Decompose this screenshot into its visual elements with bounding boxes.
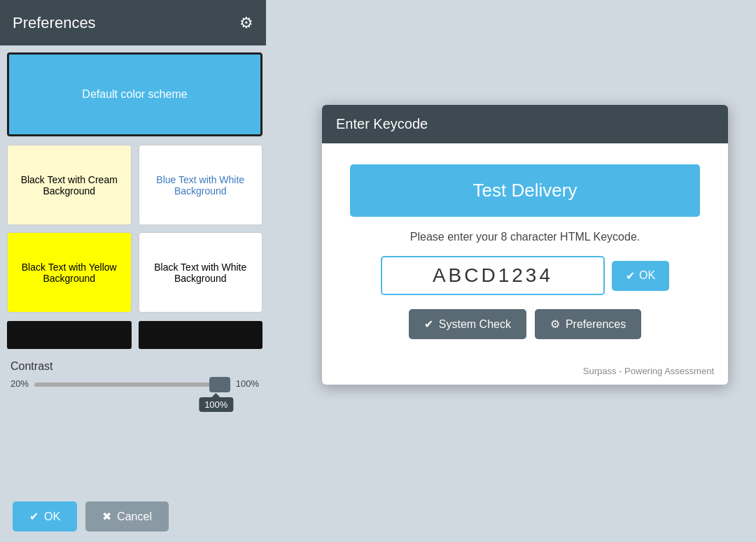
slider-tooltip: 100% [199, 397, 233, 412]
enter-keycode-modal: Enter Keycode Test Delivery Please enter… [322, 105, 728, 385]
panel-content: Default color scheme Black Text with Cre… [0, 45, 266, 491]
preferences-gear-icon: ⚙ [550, 318, 560, 331]
system-check-label: System Check [439, 318, 511, 331]
modal-header: Enter Keycode [322, 105, 728, 143]
system-check-icon: ✔ [424, 318, 433, 331]
black-bar-left [7, 321, 132, 349]
modal-footer-text: Surpass - Powering Assessment [583, 366, 714, 376]
cancel-cross-icon: ✖ [102, 510, 111, 523]
modal-ok-label: OK [639, 269, 655, 282]
modal-body: Test Delivery Please enter your 8 charac… [322, 143, 728, 360]
contrast-min-label: 20% [10, 378, 29, 389]
contrast-section: Contrast 20% 100% 100% [7, 360, 262, 390]
color-card-blue-white-label: Blue Text with White Background [146, 174, 255, 197]
default-scheme-label: Default color scheme [82, 88, 187, 101]
keycode-row: ✔ OK [350, 256, 700, 295]
modal-header-title: Enter Keycode [336, 116, 428, 131]
panel-footer: ✔ OK ✖ Cancel [0, 491, 266, 542]
contrast-slider[interactable] [34, 383, 230, 387]
cancel-label: Cancel [117, 511, 152, 523]
color-scheme-grid: Black Text with Cream Background Blue Te… [7, 145, 262, 313]
gear-icon-header[interactable]: ⚙ [239, 14, 253, 32]
system-check-button[interactable]: ✔ System Check [409, 309, 526, 339]
ok-label: OK [44, 511, 60, 523]
panel-title: Preferences [13, 14, 96, 32]
contrast-max-label: 100% [236, 378, 259, 389]
contrast-label: Contrast [10, 360, 259, 373]
color-card-cream[interactable]: Black Text with Cream Background [7, 145, 132, 225]
black-bar-right [139, 321, 263, 349]
preferences-button[interactable]: ⚙ Preferences [535, 309, 641, 339]
bottom-buttons: ✔ System Check ⚙ Preferences [409, 309, 641, 339]
panel-header: Preferences ⚙ [0, 0, 266, 45]
modal-ok-check-icon: ✔ [626, 269, 635, 283]
cancel-button[interactable]: ✖ Cancel [85, 501, 169, 532]
left-panel: Preferences ⚙ Default color scheme Black… [0, 0, 266, 542]
color-card-white-label: Black Text with White Background [146, 262, 255, 284]
color-card-yellow-label: Black Text with Yellow Background [15, 262, 124, 284]
preferences-label: Preferences [566, 318, 626, 331]
ok-check-icon: ✔ [29, 510, 38, 523]
black-bar-row [7, 321, 262, 349]
color-card-yellow[interactable]: Black Text with Yellow Background [7, 232, 132, 313]
color-card-cream-label: Black Text with Cream Background [15, 174, 124, 197]
test-delivery-button[interactable]: Test Delivery [350, 164, 700, 217]
modal-ok-button[interactable]: ✔ OK [612, 261, 669, 291]
default-color-scheme-card[interactable]: Default color scheme [7, 52, 262, 136]
keycode-input[interactable] [381, 256, 605, 295]
ok-button[interactable]: ✔ OK [13, 501, 77, 532]
slider-wrapper: 100% [34, 377, 230, 390]
modal-footer: Surpass - Powering Assessment [322, 360, 728, 385]
color-card-blue-white[interactable]: Blue Text with White Background [139, 145, 263, 225]
keycode-prompt: Please enter your 8 character HTML Keyco… [410, 231, 640, 243]
contrast-slider-row: 20% 100% 100% [10, 377, 259, 390]
color-card-white[interactable]: Black Text with White Background [139, 232, 263, 313]
